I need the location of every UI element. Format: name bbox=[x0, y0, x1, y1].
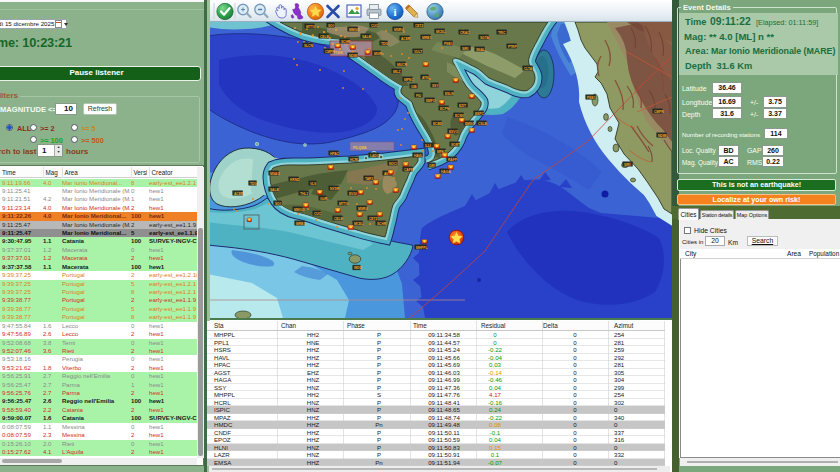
svg-text:ECNV: ECNV bbox=[455, 114, 465, 118]
svg-text:SOI: SOI bbox=[328, 24, 334, 28]
svg-text:VLS: VLS bbox=[310, 182, 317, 186]
svg-text:MPNC: MPNC bbox=[404, 78, 414, 82]
svg-text:GUR: GUR bbox=[320, 197, 328, 201]
svg-text:RAFF: RAFF bbox=[448, 158, 457, 162]
svg-text:TRIC: TRIC bbox=[498, 31, 506, 35]
svg-text:PSB1: PSB1 bbox=[444, 42, 453, 46]
svg-text:CUC: CUC bbox=[371, 24, 379, 28]
svg-text:EMFO: EMFO bbox=[426, 99, 436, 103]
svg-text:CELB: CELB bbox=[334, 217, 344, 221]
svg-text:MRB1: MRB1 bbox=[296, 222, 306, 226]
svg-text:MSRU: MSRU bbox=[358, 207, 368, 211]
svg-text:ESLN: ESLN bbox=[445, 92, 454, 96]
svg-text:MILZ: MILZ bbox=[393, 70, 401, 74]
svg-text:MMGO: MMGO bbox=[349, 28, 360, 32]
svg-text:ATN: ATN bbox=[422, 76, 429, 80]
svg-text:CLTA: CLTA bbox=[524, 67, 533, 71]
svg-text:MUCR: MUCR bbox=[397, 63, 408, 67]
svg-text:MRB1: MRB1 bbox=[422, 36, 432, 40]
svg-text:VULT: VULT bbox=[414, 50, 422, 54]
svg-text:HAVL: HAVL bbox=[414, 154, 423, 158]
svg-text:TDG: TDG bbox=[381, 42, 388, 46]
svg-text:SOI: SOI bbox=[275, 202, 281, 206]
svg-text:ILLI: ILLI bbox=[425, 144, 431, 148]
svg-text:TAR1: TAR1 bbox=[365, 177, 374, 181]
svg-text:CRAC: CRAC bbox=[460, 31, 470, 35]
svg-text:SGTA: SGTA bbox=[480, 36, 490, 40]
svg-text:PTRP: PTRP bbox=[508, 45, 518, 49]
svg-text:CSLB: CSLB bbox=[478, 122, 488, 126]
svg-text:NDIM: NDIM bbox=[658, 134, 667, 138]
svg-text:MSRU: MSRU bbox=[394, 28, 404, 32]
svg-text:SALB: SALB bbox=[362, 35, 372, 39]
svg-text:MCEL: MCEL bbox=[436, 30, 445, 34]
svg-text:MMGO: MMGO bbox=[294, 208, 305, 212]
svg-text:HPAC: HPAC bbox=[330, 152, 340, 156]
svg-text:HAGA: HAGA bbox=[441, 170, 451, 174]
svg-text:NDIM: NDIM bbox=[349, 54, 358, 58]
svg-text:SCHR: SCHR bbox=[377, 222, 387, 226]
svg-text:SNAL: SNAL bbox=[476, 48, 485, 52]
svg-text:SALB: SALB bbox=[270, 188, 280, 192]
svg-text:MTTG: MTTG bbox=[306, 25, 316, 29]
svg-text:FIU: FIU bbox=[416, 94, 422, 98]
svg-text:EMSG: EMSG bbox=[465, 122, 475, 126]
svg-text:WDD: WDD bbox=[354, 266, 362, 270]
svg-text:ECPN: ECPN bbox=[440, 107, 450, 111]
svg-text:EVGI: EVGI bbox=[349, 192, 357, 196]
svg-text:GRI: GRI bbox=[429, 164, 435, 168]
svg-text:ESVO: ESVO bbox=[449, 130, 459, 134]
svg-text:KRND: KRND bbox=[290, 178, 300, 182]
svg-text:HCRL: HCRL bbox=[350, 158, 359, 162]
svg-text:CMPR: CMPR bbox=[325, 50, 335, 54]
svg-text:SCHR: SCHR bbox=[341, 40, 351, 44]
svg-text:MHPPL: MHPPL bbox=[416, 246, 428, 250]
svg-text:MSAG: MSAG bbox=[270, 172, 280, 176]
svg-text:ACER: ACER bbox=[401, 37, 411, 41]
svg-text:EZIT: EZIT bbox=[459, 104, 466, 108]
svg-text:i: i bbox=[393, 6, 396, 18]
svg-text:LADO: LADO bbox=[370, 154, 380, 158]
svg-text:MGR: MGR bbox=[374, 52, 382, 56]
svg-text:CUC: CUC bbox=[314, 212, 322, 216]
svg-text:NOCI: NOCI bbox=[389, 162, 397, 166]
svg-text:SLCN: SLCN bbox=[304, 44, 314, 48]
svg-text:TDG: TDG bbox=[250, 182, 257, 186]
svg-text:THL1: THL1 bbox=[300, 192, 308, 196]
svg-text:MCEL: MCEL bbox=[354, 222, 363, 226]
svg-text:SIRI: SIRI bbox=[624, 163, 630, 167]
svg-text:ESPC: ESPC bbox=[475, 112, 485, 116]
svg-text:SORT: SORT bbox=[451, 143, 460, 147]
svg-text:SSY: SSY bbox=[432, 84, 439, 88]
svg-text:CET2: CET2 bbox=[415, 24, 424, 28]
svg-text:NYDR: NYDR bbox=[330, 187, 340, 191]
svg-text:GIB: GIB bbox=[411, 85, 417, 89]
svg-text:CELB: CELB bbox=[320, 35, 330, 39]
svg-text:ECBD: ECBD bbox=[433, 122, 443, 126]
svg-text:PSB1: PSB1 bbox=[587, 96, 596, 100]
svg-text:CMPR: CMPR bbox=[654, 110, 664, 114]
svg-text:SIRI: SIRI bbox=[462, 47, 468, 51]
svg-text:CAFE: CAFE bbox=[404, 168, 414, 172]
svg-text:MTTG: MTTG bbox=[339, 202, 349, 206]
svg-text:ACER: ACER bbox=[234, 192, 244, 196]
svg-text:PILQMA: PILQMA bbox=[353, 146, 367, 150]
